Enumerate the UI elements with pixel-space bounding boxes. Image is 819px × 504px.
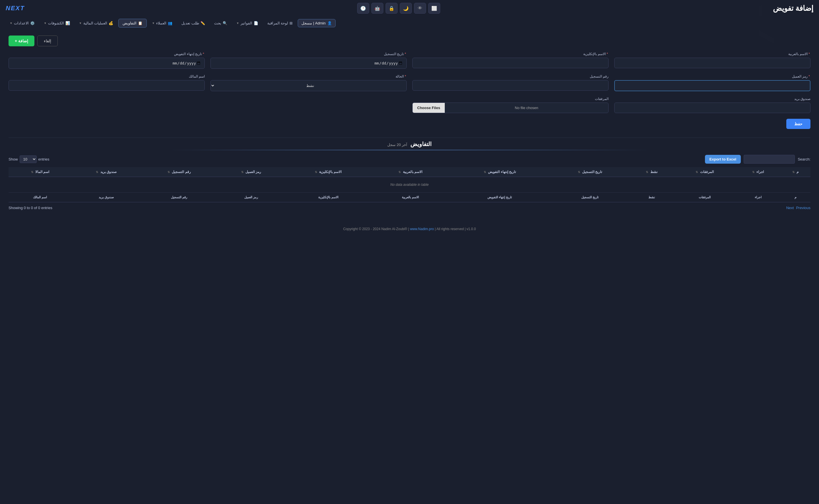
table-header-row: م ⇅ اجراء ⇅ المرفقات ⇅ نشط ⇅ تاريخ التسج… [9, 167, 810, 177]
financial-icon: 💰 [109, 21, 113, 25]
col-header-active[interactable]: نشط ⇅ [630, 167, 674, 177]
pagination-info: Showing 0 to 0 of 0 entries [9, 206, 52, 210]
client-code-label: * رمز العميل [614, 74, 810, 78]
col-header-mailbox[interactable]: صندوق بريد ⇅ [72, 167, 141, 177]
footer-col-english-name: الاسم بالإنكليزية [285, 193, 371, 202]
sidebar-item-authorizations[interactable]: 📋 التفاويض [118, 19, 147, 28]
entries-select[interactable]: 10 25 50 100 [20, 155, 37, 163]
col-header-arabic-name[interactable]: الاسم بالعربية ⇅ [371, 167, 449, 177]
moon-icon[interactable]: 🌙 [400, 3, 412, 14]
show-label: Show [9, 157, 18, 161]
col-header-actions[interactable]: اجراء ⇅ [736, 167, 781, 177]
add-button[interactable]: + إضافة [9, 36, 34, 46]
english-name-input[interactable] [412, 58, 608, 68]
col-header-reg-number[interactable]: رقم التسجيل ⇅ [141, 167, 217, 177]
user-icon: 👤 [327, 21, 332, 25]
col-header-client-code[interactable]: رمز العميل ⇅ [217, 167, 285, 177]
nav-label-authorizations: التفاويض [122, 21, 136, 25]
clients-icon: 👥 [168, 21, 172, 25]
pagination-row: Showing 0 to 0 of 0 entries Next Previou… [9, 206, 810, 210]
expiry-date-label: * تاريخ إنتهاء التفويض [9, 52, 205, 56]
invoices-icon: 📄 [254, 21, 258, 25]
monitor-icon[interactable]: ⬜ [428, 3, 440, 14]
registration-number-input[interactable] [412, 80, 608, 91]
footer-website[interactable]: www.Nadim.pro [410, 227, 434, 231]
choose-files-button[interactable]: Choose Files [413, 103, 445, 113]
no-data-row: No data available in table [9, 177, 810, 193]
sidebar-item-invoices[interactable]: 📄 الفواتير ▼ [232, 19, 262, 27]
footer-col-expiry-date: تاريخ إنتهاء التفويض [449, 193, 550, 202]
lock-icon[interactable]: 🔒 [386, 3, 398, 14]
chevron-down-icon-financial: ▼ [79, 22, 82, 25]
nav-label-settings: الاعدادات [14, 21, 29, 25]
sidebar-item-dashboard[interactable]: ⊞ لوحة المراقبة [263, 19, 297, 27]
form-grid-row2: * رمز العميل رقم التسجيل * الحالة نش [9, 74, 810, 91]
table-title-row: التفاويض آخر 20 سجل [9, 141, 810, 147]
next-button[interactable]: Next [786, 206, 794, 210]
file-input-wrapper: No file chosen Choose Files [412, 103, 608, 113]
nav-label-search: بحث [214, 21, 221, 25]
col-header-owner-name[interactable]: اسم المالا ⇅ [9, 167, 72, 177]
nav-label-financial: العمليات المالية [83, 21, 107, 25]
authorizations-icon: 📋 [138, 21, 142, 25]
table-footer-row: م اجراء المرفقات نشط تاريخ التسجيل تاريخ… [9, 193, 810, 202]
page-title: إضافة تفويض [773, 4, 813, 13]
expiry-date-input[interactable] [9, 58, 205, 69]
mailbox-input[interactable] [614, 103, 810, 113]
footer-col-actions: اجراء [736, 193, 781, 202]
sidebar-item-search[interactable]: 🔍 بحث [210, 19, 231, 27]
registration-date-label: * تاريخ التسجيل [211, 52, 407, 56]
file-row: صندوق بريد المرفقات No file chosen Choos… [9, 97, 810, 113]
nav-label-invoices: الفواتير [241, 21, 252, 25]
sidebar-item-settings[interactable]: ⚙️ الاعدادات ▼ [6, 19, 39, 27]
mailbox-group: صندوق بريد [614, 97, 810, 113]
registration-date-group: * تاريخ التسجيل [211, 52, 407, 69]
export-excel-button[interactable]: Export to Excel [705, 155, 741, 164]
table-search-input[interactable] [744, 155, 795, 164]
col-header-reg-date[interactable]: تاريخ التسجيل ⇅ [550, 167, 630, 177]
dashboard-icon: ⊞ [290, 21, 293, 25]
footer: Copyright © 2023 - 2024 Nadim Al-Zoubi® … [9, 221, 810, 237]
arabic-name-input[interactable] [614, 58, 810, 68]
col-header-m[interactable]: م ⇅ [781, 167, 810, 177]
col-header-english-name[interactable]: الاسم بالإنكليزية ⇅ [285, 167, 371, 177]
pagination-buttons: Next Previous [786, 206, 810, 210]
owner-name-label: اسم المالك [9, 74, 205, 78]
mailbox-label: صندوق بريد [614, 97, 810, 101]
footer-col-owner-name: اسم المالك [9, 193, 72, 202]
sidebar-item-financial[interactable]: 💰 العمليات المالية ▼ [75, 19, 117, 27]
cancel-button[interactable]: إلغاء [37, 36, 58, 46]
nav-label-dashboard: لوحة المراقبة [267, 21, 288, 25]
form-grid-row1: * الاسم بالعربية * الاسم بالإنكليزية * ت… [9, 52, 810, 69]
footer-col-reg-date: تاريخ التسجيل [550, 193, 630, 202]
eye-icon[interactable]: 👁 [414, 3, 426, 14]
nav-user[interactable]: 👤 Admin | مسجل [298, 19, 335, 27]
table-title: التفاويض [410, 141, 432, 147]
action-row: + إضافة إلغاء [9, 36, 810, 46]
client-code-input[interactable] [614, 80, 810, 91]
col-header-attachments[interactable]: المرفقات ⇅ [674, 167, 736, 177]
footer-copyright: Copyright © 2023 - 2024 Nadim Al-Zoubi® … [343, 227, 409, 231]
english-name-group: * الاسم بالإنكليزية [412, 52, 608, 69]
toolbar-icons: ⬜ 👁 🌙 🔒 🤖 🕐 [357, 3, 440, 14]
footer-col-client-code: رمز العميل [217, 193, 285, 202]
status-select[interactable]: نشط غير نشط [211, 80, 407, 91]
robot-icon[interactable]: 🤖 [371, 3, 383, 14]
footer-col-reg-number: رقم التسجيل [141, 193, 217, 202]
history-icon[interactable]: 🕐 [357, 3, 369, 14]
owner-name-input[interactable] [9, 80, 205, 91]
save-button[interactable]: حفظ [786, 119, 810, 129]
save-row: حفظ [9, 119, 810, 129]
no-file-text: No file chosen [445, 103, 608, 113]
edit-icon: ✏️ [200, 21, 205, 25]
sidebar-item-edit-request[interactable]: ✏️ طلب تعديل [177, 19, 209, 27]
settings-icon: ⚙️ [30, 21, 35, 25]
chevron-down-icon: ▼ [236, 22, 239, 25]
previous-button[interactable]: Previous [796, 206, 810, 210]
footer-col-m: م [781, 193, 810, 202]
sidebar-item-clients[interactable]: 👥 العملاء ▼ [148, 19, 176, 27]
arabic-name-group: * الاسم بالعربية [614, 52, 810, 69]
registration-date-input[interactable] [211, 58, 407, 69]
col-header-expiry-date[interactable]: تاريخ إنتهاء التفويض ⇅ [449, 167, 550, 177]
sidebar-item-statements[interactable]: 📊 الكشوفات ▼ [40, 19, 74, 27]
